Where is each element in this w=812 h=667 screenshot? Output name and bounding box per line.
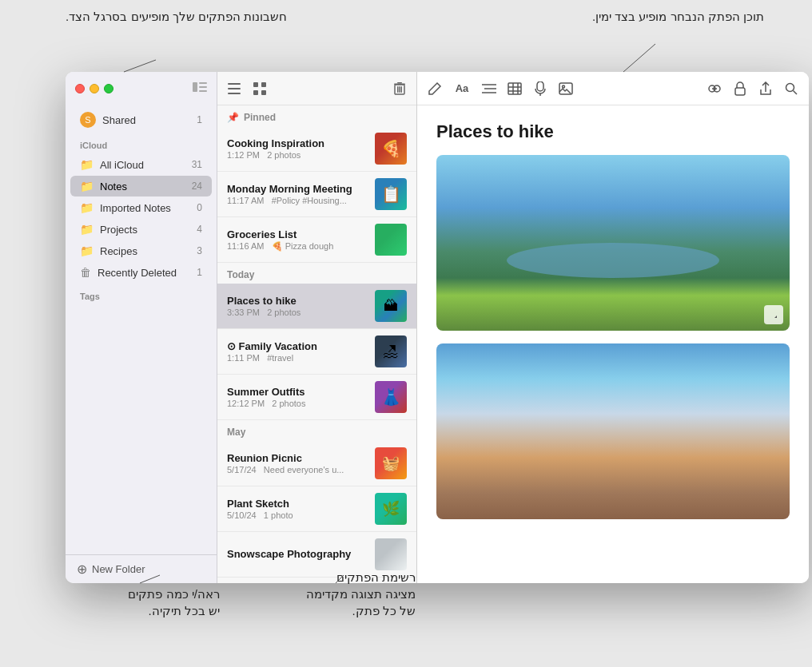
detail-content: Places to hike: [417, 105, 809, 583]
sidebar-item-shared[interactable]: S Shared 1: [70, 107, 212, 133]
sidebar-shared-count: 1: [197, 114, 202, 125]
sidebar-item-projects[interactable]: 📁 Projects 4: [70, 219, 212, 240]
audio-button[interactable]: [531, 79, 550, 98]
svg-rect-29: [735, 88, 745, 95]
note-item-plant[interactable]: Plant Sketch 5/10/24 1 photo 🌿: [217, 486, 416, 532]
annotation-bottom-center-text: רשימת הפתקיםמציגה תצוגה מקדימהשל כל פתק.: [306, 570, 416, 617]
list-view-button[interactable]: [225, 80, 243, 97]
note-meta-outfits: 12:12 PM 2 photos: [227, 399, 367, 408]
note-item-groceries[interactable]: Groceries List 11:16 AM 🍕 Pizza dough: [217, 217, 416, 263]
svg-point-28: [563, 85, 565, 88]
note-detail-panel: Aa: [417, 72, 809, 583]
new-folder-button[interactable]: ⊕ New Folder: [66, 554, 217, 583]
annotation-top-right-text: תוכן הפתק הנבחר מופיע בצד ימין.: [592, 10, 764, 23]
notes-list-content: 📌 Pinned Cooking Inspiration 1:12 PM 2 p…: [217, 105, 416, 583]
compose-button[interactable]: [425, 79, 444, 98]
link-button[interactable]: [705, 79, 724, 98]
today-label: Today: [227, 269, 254, 280]
note-info-snowscape: Snowscape Photography: [227, 548, 367, 561]
projects-folder-icon: 📁: [80, 223, 94, 236]
sidebar-toggle-icon[interactable]: [193, 81, 207, 96]
fullscreen-button[interactable]: [104, 84, 113, 93]
note-thumb-hike: 🏔: [375, 290, 407, 322]
note-title-snowscape: Snowscape Photography: [227, 548, 367, 560]
expand-image-1-button[interactable]: [764, 305, 783, 324]
note-thumb-plant: 🌿: [375, 493, 407, 525]
svg-rect-9: [253, 90, 258, 95]
note-thumb-meeting: 📋: [375, 178, 407, 210]
note-item-cooking[interactable]: Cooking Inspiration 1:12 PM 2 photos 🍕: [217, 126, 416, 172]
new-folder-label: New Folder: [92, 563, 145, 575]
traffic-lights: [75, 84, 113, 93]
minimize-button[interactable]: [90, 84, 99, 93]
note-title-family: ⊙ Family Vacation: [227, 340, 367, 352]
note-thumb-family: 🏖: [375, 335, 407, 367]
note-image-2-arch: [436, 343, 790, 519]
checklist-button[interactable]: [480, 79, 499, 98]
close-button[interactable]: [75, 84, 85, 93]
all-icloud-folder-icon: 📁: [80, 158, 94, 171]
note-info-hike: Places to hike 3:33 PM 2 photos: [227, 295, 367, 317]
format-text-button[interactable]: Aa: [451, 79, 473, 98]
note-meta-meeting: 11:17 AM #Policy #Housing...: [227, 196, 367, 205]
all-icloud-label: All iCloud: [100, 159, 185, 171]
all-icloud-count: 31: [192, 159, 202, 170]
lock-button[interactable]: [730, 79, 750, 98]
note-info-picnic: Reunion Picnic 5/17/24 Need everyone's u…: [227, 452, 367, 474]
note-info-groceries: Groceries List 11:16 AM 🍕 Pizza dough: [227, 228, 367, 252]
sidebar-content: S Shared 1 iCloud 📁 All iCloud 31 📁 Note…: [66, 105, 217, 554]
may-label: May: [227, 427, 245, 438]
pin-icon: 📌: [227, 112, 239, 123]
delete-note-button[interactable]: [391, 80, 408, 97]
svg-line-31: [794, 90, 798, 94]
imported-folder-icon: 📁: [80, 201, 94, 214]
note-thumb-picnic: 🧺: [375, 447, 407, 479]
sidebar-item-all-icloud[interactable]: 📁 All iCloud 31: [70, 154, 212, 175]
note-item-outfits[interactable]: Summer Outfits 12:12 PM 2 photos 👗: [217, 375, 416, 420]
projects-count: 4: [197, 224, 202, 235]
recently-deleted-label: Recently Deleted: [98, 267, 190, 279]
recipes-count: 3: [197, 245, 202, 256]
note-item-meeting[interactable]: Monday Morning Meeting 11:17 AM #Policy …: [217, 172, 416, 217]
note-image-1-landscape: [436, 155, 790, 331]
notes-count: 24: [192, 181, 202, 192]
grid-view-button[interactable]: [251, 80, 269, 97]
media-button[interactable]: [556, 79, 575, 98]
sidebar-item-imported[interactable]: 📁 Imported Notes 0: [70, 197, 212, 218]
note-title-plant: Plant Sketch: [227, 498, 367, 510]
svg-rect-1: [199, 82, 207, 84]
svg-rect-0: [193, 82, 197, 92]
sidebar-tags-section: Tags: [66, 284, 217, 304]
table-button[interactable]: [505, 79, 524, 98]
svg-rect-20: [508, 83, 521, 94]
sidebar-item-notes[interactable]: 📁 Notes 24: [70, 176, 212, 197]
note-thumb-snowscape: [375, 538, 407, 570]
svg-rect-15: [394, 83, 405, 85]
search-button[interactable]: [782, 79, 801, 98]
sidebar-item-recently-deleted[interactable]: 🗑 Recently Deleted 1: [70, 262, 212, 283]
note-meta-hike: 3:33 PM 2 photos: [227, 308, 367, 317]
recipes-folder-icon: 📁: [80, 244, 94, 257]
note-item-picnic[interactable]: Reunion Picnic 5/17/24 Need everyone's u…: [217, 441, 416, 486]
svg-rect-25: [537, 81, 543, 91]
note-meta-plant: 5/10/24 1 photo: [227, 510, 367, 520]
annotation-bottom-center: רשימת הפתקיםמציגה תצוגה מקדימהשל כל פתק.: [240, 569, 416, 619]
note-item-family[interactable]: ⊙ Family Vacation 1:11 PM #travel 🏖: [217, 329, 416, 375]
sidebar-titlebar: [66, 72, 217, 105]
note-title-cooking: Cooking Inspiration: [227, 137, 367, 149]
share-button[interactable]: [756, 79, 775, 98]
note-item-hike[interactable]: Places to hike 3:33 PM 2 photos 🏔: [217, 284, 416, 329]
notes-label: Notes: [100, 181, 185, 193]
svg-line-32: [623, 44, 655, 72]
svg-rect-3: [199, 90, 207, 92]
annotation-top-left: חשבונות הפתקים שלך מופיעים בסרגל הצד.: [66, 8, 287, 25]
pinned-label: Pinned: [244, 112, 276, 123]
note-detail-title: Places to hike: [436, 121, 790, 142]
sidebar-item-recipes[interactable]: 📁 Recipes 3: [70, 240, 212, 261]
sidebar: S Shared 1 iCloud 📁 All iCloud 31 📁 Note…: [66, 72, 217, 583]
svg-rect-8: [261, 82, 266, 87]
app-window: S Shared 1 iCloud 📁 All iCloud 31 📁 Note…: [66, 72, 809, 583]
svg-rect-16: [397, 82, 402, 84]
note-info-outfits: Summer Outfits 12:12 PM 2 photos: [227, 386, 367, 408]
imported-label: Imported Notes: [100, 202, 190, 214]
